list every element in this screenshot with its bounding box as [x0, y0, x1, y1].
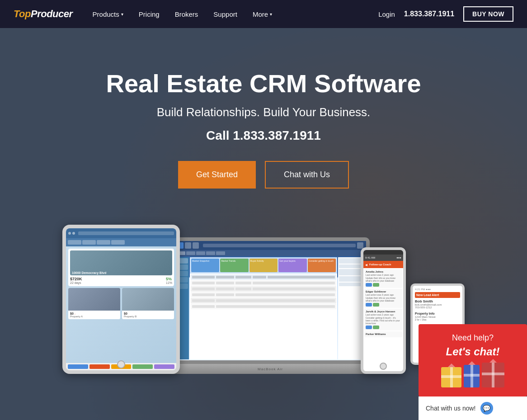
chat-bubble-icon: 💬: [480, 402, 493, 415]
tablet-device: 10000 Democracy Blvd $720K 22 days 5% 11…: [62, 225, 180, 374]
nav-item-brokers[interactable]: Brokers: [169, 7, 205, 22]
chat-bottom-bar[interactable]: Chat with us now! 💬: [419, 396, 527, 420]
hero-title: Real Estate CRM Software: [0, 69, 527, 98]
logo-text: TopProducer: [14, 8, 73, 19]
chat-box: Need help? Let's chat!: [419, 324, 527, 396]
gift-box-3: [482, 363, 504, 387]
hero-section: Real Estate CRM Software Build Relations…: [0, 28, 527, 420]
laptop-device: Market Snapshot Market Trends Buyer Acti…: [171, 237, 370, 374]
hero-phone: Call 1.833.387.1911: [0, 128, 527, 143]
hero-subtitle: Build Relationships. Build Your Business…: [0, 105, 527, 119]
nav-item-products[interactable]: Products ▾: [86, 7, 130, 22]
gift-box-1: [441, 367, 461, 387]
buy-now-button[interactable]: BUY NOW: [463, 6, 513, 22]
nav-phone: 1.833.387.1911: [404, 10, 454, 18]
chevron-down-icon: ▾: [121, 12, 123, 17]
nav-item-pricing[interactable]: Pricing: [132, 7, 166, 22]
navbar: TopProducer Products ▾ Pricing Brokers S…: [0, 0, 527, 28]
hero-buttons: Get Started Chat with Us: [0, 161, 527, 189]
nav-right: Login 1.833.387.1911 BUY NOW: [378, 6, 513, 22]
get-started-button[interactable]: Get Started: [178, 161, 256, 189]
nav-links: Products ▾ Pricing Brokers Support More …: [86, 7, 379, 22]
chat-now-label: Chat with us now!: [426, 405, 476, 412]
nav-item-support[interactable]: Support: [207, 7, 244, 22]
chat-lets-chat: Let's chat!: [428, 345, 518, 358]
gift-box-2: [464, 365, 480, 387]
nav-item-more[interactable]: More ▾: [246, 7, 278, 22]
chevron-down-icon-more: ▾: [270, 12, 272, 17]
hero-content: Real Estate CRM Software Build Relations…: [0, 28, 527, 189]
login-link[interactable]: Login: [378, 10, 395, 18]
chat-gifts: [428, 363, 518, 387]
phone-center-device: 9:41 AM ●●● ◀ Follow-up Coach Amelia Joh…: [361, 247, 406, 374]
laptop-brand: MacBook Air: [258, 367, 283, 371]
chat-widget[interactable]: Need help? Let's chat!: [419, 324, 527, 420]
logo[interactable]: TopProducer: [14, 8, 73, 20]
chat-help-text: Need help?: [428, 333, 518, 343]
chat-with-us-button[interactable]: Chat with Us: [265, 161, 349, 189]
